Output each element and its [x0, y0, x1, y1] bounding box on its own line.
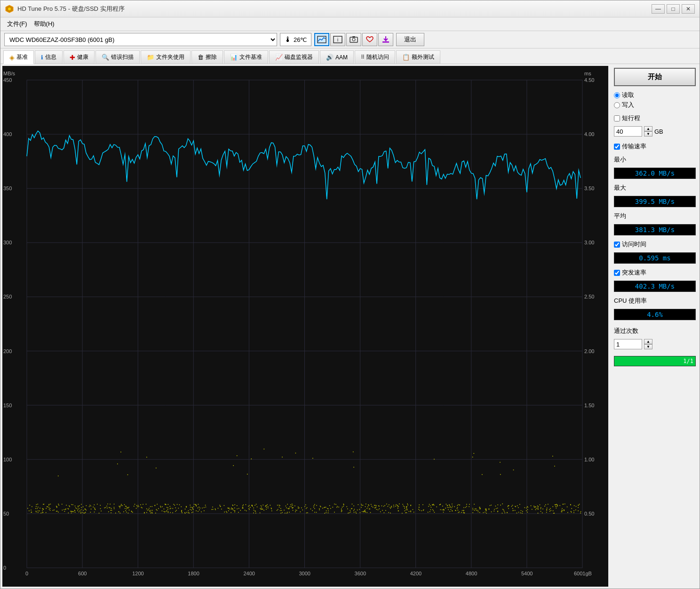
- aam-label: AAM: [335, 54, 348, 61]
- health-icon-btn[interactable]: [362, 33, 377, 46]
- benchmark-tab-icon: ◈: [9, 54, 15, 61]
- cpu-label-text: CPU 使用率: [614, 297, 647, 305]
- error-scan-label: 错误扫描: [111, 53, 134, 61]
- access-time-value-box: 0.595 ms: [614, 252, 696, 264]
- window-controls: — □ ✕: [652, 4, 695, 14]
- tab-disk-monitor[interactable]: 📈 磁盘监视器: [269, 50, 319, 64]
- benchmark-chart: [2, 66, 608, 587]
- sidebar: 开始 读取 写入 短行程 ▲ ▼: [610, 64, 700, 589]
- avg-label-text: 平均: [614, 212, 626, 220]
- chart-area: [2, 66, 608, 587]
- burst-rate-checkbox-label[interactable]: 突发速率: [614, 268, 696, 277]
- short-stroke-spinbox-row: ▲ ▼ GB: [614, 126, 696, 137]
- write-radio[interactable]: [614, 102, 620, 108]
- progress-bar-container: 1/1: [614, 356, 696, 366]
- menu-bar: 文件(F) 帮助(H): [0, 17, 700, 31]
- tab-aam[interactable]: 🔊 AAM: [320, 50, 354, 64]
- tab-health[interactable]: ✚ 健康: [64, 50, 95, 64]
- burst-rate-checkbox[interactable]: [614, 270, 620, 276]
- tab-error-scan[interactable]: 🔍 错误扫描: [95, 50, 140, 64]
- tab-erase[interactable]: 🗑 擦除: [191, 50, 223, 64]
- svg-rect-8: [382, 41, 389, 43]
- max-value-box: 399.5 MB/s: [614, 196, 696, 207]
- info-tab-label: 信息: [45, 53, 56, 61]
- tab-file-bench[interactable]: 📊 文件基准: [224, 50, 268, 64]
- error-scan-icon: 🔍: [102, 54, 109, 61]
- thermometer-icon: 🌡: [284, 35, 292, 44]
- svg-text:i: i: [337, 37, 338, 42]
- tab-benchmark[interactable]: ◈ 基准: [3, 50, 34, 64]
- tab-extra[interactable]: 📋 额外测试: [396, 50, 440, 64]
- title-text: HD Tune Pro 5.75 - 硬盘/SSD 实用程序: [17, 5, 125, 13]
- pass-count-input[interactable]: [614, 339, 642, 349]
- transfer-rate-checkbox[interactable]: [614, 144, 620, 150]
- help-menu[interactable]: 帮助(H): [31, 19, 57, 29]
- camera-icon-btn[interactable]: [346, 33, 361, 46]
- benchmark-tab-label: 基准: [16, 53, 28, 61]
- cpu-label: CPU 使用率: [614, 297, 696, 305]
- read-radio[interactable]: [614, 92, 620, 98]
- short-stroke-spin-buttons: ▲ ▼: [644, 126, 652, 137]
- erase-icon: 🗑: [198, 54, 204, 61]
- access-time-label-text: 访问时间: [622, 240, 646, 249]
- short-stroke-unit: GB: [654, 128, 663, 135]
- pass-count-label-text: 通过次数: [614, 327, 638, 335]
- short-stroke-checkbox-label[interactable]: 短行程: [614, 114, 696, 122]
- transfer-rate-label-text: 传输速率: [622, 142, 646, 151]
- pass-count-spin-buttons: ▲ ▼: [644, 339, 652, 349]
- main-content: 开始 读取 写入 短行程 ▲ ▼: [0, 64, 700, 589]
- short-stroke-spin-down[interactable]: ▼: [644, 131, 652, 137]
- benchmark-icon-btn[interactable]: [314, 33, 329, 46]
- burst-value-box: 402.3 MB/s: [614, 281, 696, 292]
- erase-label: 擦除: [206, 53, 217, 61]
- transfer-rate-checkbox-label[interactable]: 传输速率: [614, 142, 696, 151]
- access-time-value-text: 0.595 ms: [639, 254, 670, 262]
- write-radio-label[interactable]: 写入: [614, 101, 696, 109]
- pass-count-label: 通过次数: [614, 327, 696, 335]
- title-bar: HD Tune Pro 5.75 - 硬盘/SSD 实用程序 — □ ✕: [0, 0, 700, 17]
- progress-bar-text: 1/1: [683, 358, 693, 364]
- pass-count-spin-down[interactable]: ▼: [644, 344, 652, 349]
- temperature-indicator: 🌡 26℃: [280, 33, 311, 46]
- max-stat-label: 最大: [614, 184, 696, 192]
- maximize-button[interactable]: □: [667, 4, 680, 14]
- pass-count-spin-up[interactable]: ▲: [644, 339, 652, 344]
- download-icon-btn[interactable]: [378, 33, 393, 46]
- toolbar: WDC WD60EZAZ-00SF3B0 (6001 gB) 🌡 26℃ i 退…: [0, 31, 700, 48]
- short-stroke-input[interactable]: [614, 126, 642, 137]
- minimize-button[interactable]: —: [652, 4, 665, 14]
- min-value-text: 362.0 MB/s: [635, 169, 675, 177]
- short-stroke-label-text: 短行程: [622, 114, 640, 122]
- info-tab-icon: ℹ: [41, 54, 43, 61]
- drive-select[interactable]: WDC WD60EZAZ-00SF3B0 (6001 gB): [4, 33, 277, 46]
- tabs: ◈ 基准 ℹ 信息 ✚ 健康 🔍 错误扫描 📁 文件夹使用 🗑 擦除 📊 文件基…: [0, 48, 700, 64]
- short-stroke-checkbox[interactable]: [614, 115, 620, 121]
- folder-label: 文件夹使用: [156, 53, 184, 61]
- max-value-text: 399.5 MB/s: [635, 198, 675, 205]
- avg-value-text: 381.3 MB/s: [635, 226, 675, 234]
- tab-folder[interactable]: 📁 文件夹使用: [141, 50, 191, 64]
- close-button[interactable]: ✕: [682, 4, 695, 14]
- info-icon-btn[interactable]: i: [330, 33, 345, 46]
- access-time-checkbox[interactable]: [614, 242, 620, 248]
- tab-random[interactable]: ⠿ 随机访问: [355, 50, 395, 64]
- extra-icon: 📋: [402, 54, 410, 61]
- disk-monitor-icon: 📈: [275, 54, 283, 61]
- min-value-box: 362.0 MB/s: [614, 168, 696, 179]
- short-stroke-spin-up[interactable]: ▲: [644, 126, 652, 131]
- cpu-value-box: 4.6%: [614, 309, 696, 320]
- read-radio-label[interactable]: 读取: [614, 91, 696, 99]
- folder-icon: 📁: [147, 54, 154, 61]
- mode-radio-group: 读取 写入: [614, 91, 696, 109]
- write-label-text: 写入: [622, 101, 634, 109]
- access-time-checkbox-label[interactable]: 访问时间: [614, 240, 696, 249]
- file-menu[interactable]: 文件(F): [4, 19, 30, 29]
- exit-button[interactable]: 退出: [396, 33, 424, 46]
- start-button[interactable]: 开始: [614, 68, 696, 86]
- app-icon: [5, 5, 14, 13]
- tab-info[interactable]: ℹ 信息: [35, 50, 63, 64]
- extra-label: 额外测试: [412, 53, 434, 61]
- file-bench-label: 文件基准: [239, 53, 262, 61]
- file-bench-icon: 📊: [230, 54, 238, 61]
- random-icon: ⠿: [361, 54, 365, 60]
